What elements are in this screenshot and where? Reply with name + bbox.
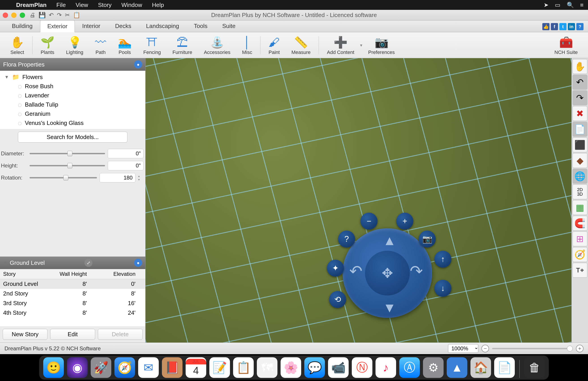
spotlight-icon[interactable]: 🔍 <box>567 1 574 8</box>
disclosure-icon[interactable]: ▼ <box>4 75 9 80</box>
tree-item-venus[interactable]: ◌Venus's Looking Glass <box>0 119 145 128</box>
search-models-button[interactable]: Search for Models... <box>18 132 127 142</box>
dock-reminders[interactable]: 📋 <box>233 357 254 378</box>
paste-icon[interactable]: 📋 <box>73 12 80 19</box>
help-icon[interactable]: ? <box>576 23 584 30</box>
dock-music[interactable]: ♪ <box>376 357 396 378</box>
zoom-in-icon[interactable]: + <box>396 213 413 230</box>
globe-tool-icon[interactable]: 🌐 <box>572 169 587 183</box>
panel-expand-icon[interactable]: ⤢ <box>84 259 92 267</box>
dock-safari[interactable]: 🧭 <box>114 357 135 378</box>
tool-nch-suite[interactable]: 🧰NCH Suite <box>548 32 584 58</box>
tool-preferences[interactable]: 📷Preferences <box>362 32 400 58</box>
tool-paint[interactable]: 🖌Paint <box>263 32 286 58</box>
rotation-stepper[interactable]: ▴▾ <box>138 174 144 181</box>
tab-tools[interactable]: Tools <box>187 20 215 32</box>
snapshot-icon[interactable]: 📷 <box>419 231 436 248</box>
zoom-select[interactable]: 1000% <box>448 344 478 353</box>
flora-tree[interactable]: ▼ 📁 Flowers ◌Rose Bush ◌Lavender ◌Ballad… <box>0 71 145 129</box>
save-icon[interactable]: 💾 <box>39 12 46 19</box>
tool-add-content[interactable]: ➕Add Content <box>321 32 360 58</box>
dock-mail[interactable]: ✉ <box>138 357 159 378</box>
zoom-out-icon[interactable]: − <box>360 213 378 230</box>
tab-decks[interactable]: Decks <box>108 20 139 32</box>
tree-item-rose[interactable]: ◌Rose Bush <box>0 82 145 91</box>
panel-video-icon[interactable]: ● <box>134 60 142 68</box>
dock-trash[interactable]: 🗑 <box>524 357 545 378</box>
dock-preferences[interactable]: ⚙ <box>423 357 443 378</box>
dock-dreamplan[interactable]: 🏠 <box>470 357 491 378</box>
dock-messages[interactable]: 💬 <box>304 357 325 378</box>
disclosure-icon[interactable]: ▼ <box>3 260 8 265</box>
zoom-in-button[interactable]: + <box>576 345 584 352</box>
dock-finder[interactable]: 🙂 <box>43 357 64 378</box>
twitter-icon[interactable]: t <box>559 23 567 30</box>
grid-tool-icon[interactable]: ▦ <box>572 200 587 215</box>
tab-building[interactable]: Building <box>4 20 40 32</box>
tool-select[interactable]: ✋Select <box>4 32 30 58</box>
tab-suite[interactable]: Suite <box>215 20 243 32</box>
menu-app[interactable]: DreamPlan <box>11 1 51 8</box>
rotation-input[interactable] <box>100 173 135 182</box>
tool-fencing[interactable]: ⛩Fencing <box>137 32 167 58</box>
delete-tool-icon[interactable]: ✖ <box>572 106 587 121</box>
menu-extras-icon[interactable]: ≡ <box>580 1 584 8</box>
facebook-icon[interactable]: f <box>551 23 558 30</box>
move-down-icon[interactable]: ↓ <box>434 280 451 297</box>
rotate-right-icon[interactable]: ↷ <box>410 262 423 280</box>
menu-view[interactable]: View <box>71 1 93 8</box>
story-row-1[interactable]: 2nd Story8'8' <box>0 289 145 298</box>
tool-misc[interactable]: │Misc <box>236 32 258 58</box>
magnet-tool-icon[interactable]: 🧲 <box>572 216 587 231</box>
zoom-out-button[interactable]: − <box>482 345 489 352</box>
tool-pools[interactable]: 🏊Pools <box>112 32 137 58</box>
box-tool-icon[interactable]: ⬛ <box>572 138 587 152</box>
dock-siri[interactable]: ◉ <box>67 357 87 378</box>
redo-icon[interactable]: ↷ <box>57 12 62 19</box>
nav-home-icon[interactable]: ✥ <box>365 251 410 296</box>
tab-landscaping[interactable]: Landscaping <box>139 20 186 32</box>
edit-story-button[interactable]: Edit <box>50 329 95 340</box>
dock-photos[interactable]: 🌸 <box>281 357 301 378</box>
tree-item-geranium[interactable]: ◌Geranium <box>0 109 145 119</box>
diameter-slider[interactable] <box>30 153 105 154</box>
roof-tool-icon[interactable]: ◆ <box>572 153 587 168</box>
panel-video-icon[interactable]: ● <box>134 259 142 267</box>
redo-tool-icon[interactable]: ↷ <box>572 90 587 105</box>
displays-icon[interactable]: ▭ <box>555 1 561 8</box>
dock-launchpad[interactable]: 🚀 <box>91 357 111 378</box>
tool-plants[interactable]: 🌱Plants <box>35 32 60 58</box>
add-content-dropdown[interactable]: ▾ <box>360 42 362 48</box>
3d-viewport[interactable]: ▲ ▼ ↶ ↷ ✥ − + ? 📷 ✦ ↑ ↓ ⟲ <box>146 58 571 342</box>
tree-item-lavender[interactable]: ◌Lavender <box>0 91 145 100</box>
menu-help[interactable]: Help <box>147 1 169 8</box>
spin-icon[interactable]: ⟲ <box>329 291 346 308</box>
text-tool-icon[interactable]: T⌖ <box>572 263 587 278</box>
dock-calendar[interactable]: JUL4 <box>186 357 206 378</box>
height-slider[interactable] <box>30 165 105 166</box>
tool-path[interactable]: 〰Path <box>89 32 112 58</box>
dock-facetime[interactable]: 📹 <box>328 357 349 378</box>
like-icon[interactable]: 👍 <box>542 23 549 30</box>
orbit-icon[interactable]: ✦ <box>327 260 344 277</box>
pan-down-icon[interactable]: ▼ <box>383 300 396 315</box>
2d3d-toggle-icon[interactable]: 2D3D <box>572 184 587 199</box>
tree-item-tulip[interactable]: ◌Ballade Tulip <box>0 100 145 109</box>
tool-accessories[interactable]: ⛲Accessories <box>198 32 236 58</box>
story-row-2[interactable]: 3rd Story8'16' <box>0 298 145 308</box>
zoom-slider[interactable] <box>492 348 573 349</box>
cursor-icon[interactable]: ➤ <box>544 1 548 8</box>
tree-folder-flowers[interactable]: ▼ 📁 Flowers <box>0 73 145 82</box>
compass-tool-icon[interactable]: 🧭 <box>572 247 587 262</box>
print-icon[interactable]: 🖨 <box>30 12 35 19</box>
cut-icon[interactable]: ✂ <box>65 12 70 19</box>
dock-news[interactable]: Ⓝ <box>352 357 372 378</box>
story-row-0[interactable]: Ground Level8'0' <box>0 279 145 289</box>
height-input[interactable] <box>108 161 144 170</box>
tab-interior[interactable]: Interior <box>75 20 108 32</box>
minimize-window-button[interactable] <box>11 13 17 18</box>
tab-exterior[interactable]: Exterior <box>40 20 75 32</box>
undo-icon[interactable]: ↶ <box>49 12 54 19</box>
tool-measure[interactable]: 📏Measure <box>286 32 316 58</box>
dock-appstore[interactable]: Ⓐ <box>399 357 420 378</box>
